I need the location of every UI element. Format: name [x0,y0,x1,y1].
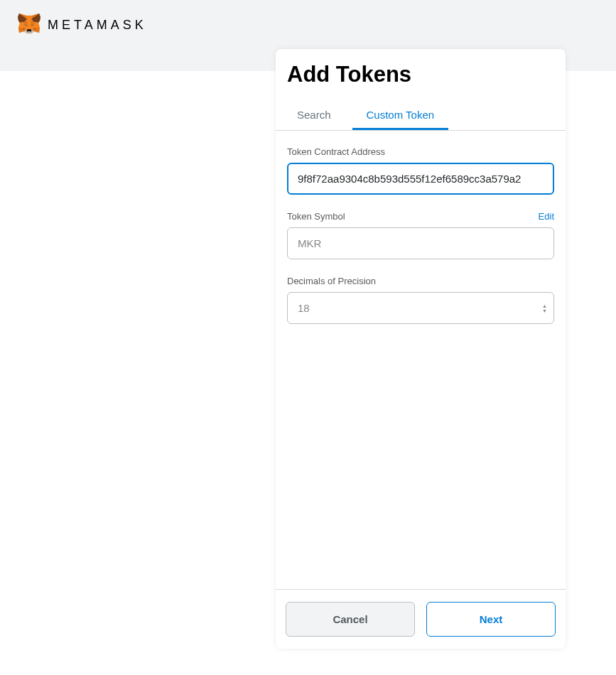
modal-footer: Cancel Next [276,589,566,649]
token-symbol-label: Token Symbol [287,211,345,222]
decimals-input[interactable] [287,292,554,324]
cancel-button[interactable]: Cancel [286,602,415,637]
tab-search[interactable]: Search [276,100,352,130]
stepper-icon[interactable]: ▲ ▼ [542,303,547,313]
next-button[interactable]: Next [426,602,556,637]
contract-address-input[interactable] [287,163,554,195]
form-body: Token Contract Address Token Symbol Edit… [276,131,566,589]
brand-name: METAMASK [48,18,147,33]
fox-icon [18,13,40,37]
tab-custom-token[interactable]: Custom Token [352,100,449,130]
add-tokens-modal: Add Tokens Search Custom Token Token Con… [276,49,566,649]
brand-logo: METAMASK [18,13,147,37]
field-token-symbol: Token Symbol Edit [287,211,554,259]
edit-link[interactable]: Edit [539,211,554,222]
contract-address-label: Token Contract Address [287,146,385,157]
tabs-bar: Search Custom Token [276,100,566,131]
decimals-label: Decimals of Precision [287,276,376,286]
modal-title: Add Tokens [276,49,566,87]
field-contract-address: Token Contract Address [287,146,554,195]
token-symbol-input[interactable] [287,227,554,259]
field-decimals: Decimals of Precision ▲ ▼ [287,276,554,324]
chevron-down-icon: ▼ [542,308,547,313]
